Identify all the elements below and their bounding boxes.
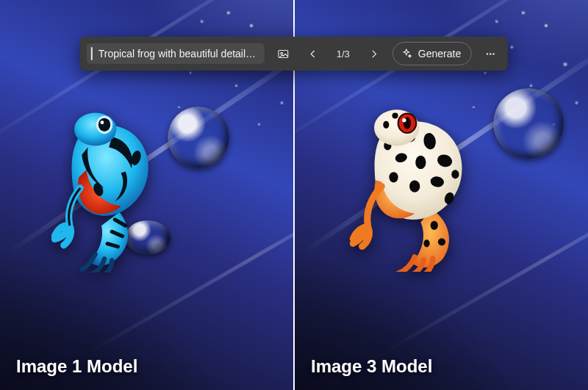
generate-button[interactable]: Generate [392, 42, 472, 65]
svg-point-31 [492, 53, 494, 54]
prev-variation-button[interactable] [301, 43, 323, 65]
prompt-input[interactable]: Tropical frog with beautiful detail… [87, 43, 265, 64]
svg-point-26 [392, 112, 398, 118]
svg-point-5 [101, 120, 104, 124]
svg-point-16 [451, 170, 459, 178]
svg-point-30 [490, 53, 491, 54]
text-cursor-icon [91, 47, 93, 60]
svg-point-28 [280, 52, 282, 54]
sparkle-icon [401, 48, 412, 59]
next-variation-button[interactable] [363, 43, 385, 65]
svg-point-19 [423, 239, 429, 247]
svg-point-17 [431, 221, 438, 230]
chevron-left-icon [306, 48, 318, 60]
svg-rect-27 [278, 50, 287, 57]
pane-caption-right: Image 3 Model [311, 356, 432, 377]
chevron-right-icon [368, 48, 380, 60]
more-options-button[interactable] [479, 43, 501, 65]
svg-point-29 [487, 53, 488, 54]
frog-illustration-right [343, 99, 508, 272]
reference-image-icon [276, 48, 289, 60]
svg-point-9 [415, 156, 426, 169]
svg-point-25 [383, 121, 389, 129]
prompt-text: Tropical frog with beautiful detail… [98, 48, 259, 59]
reference-image-button[interactable] [272, 43, 294, 65]
more-icon [484, 48, 497, 60]
generative-taskbar: Tropical frog with beautiful detail… 1/3… [80, 37, 508, 71]
pane-caption-left: Image 1 Model [16, 356, 137, 377]
generate-label: Generate [418, 48, 461, 59]
svg-point-4 [98, 118, 110, 131]
svg-point-18 [438, 238, 445, 245]
svg-point-24 [402, 118, 406, 122]
svg-point-13 [389, 172, 398, 182]
frog-illustration-left [43, 99, 193, 272]
variation-indicator: 1/3 [331, 48, 356, 59]
